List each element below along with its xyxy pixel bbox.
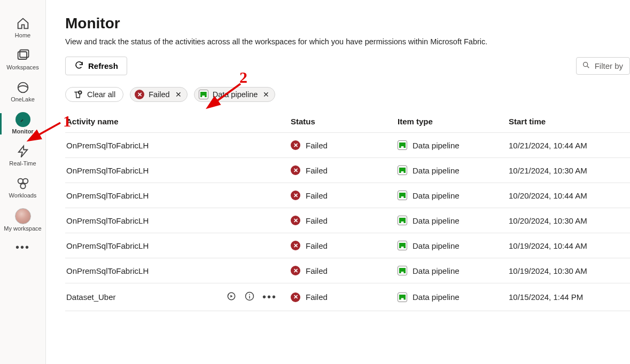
onelake-icon: [15, 80, 30, 95]
cell-activity-name: Dataset_Uber•••: [66, 291, 291, 303]
svg-point-6: [20, 184, 25, 188]
toolbar: Refresh Filter by: [65, 57, 630, 75]
table-row[interactable]: OnPremSqlToFabricLH✕FailedData pipeline1…: [65, 158, 630, 183]
nav-monitor[interactable]: Monitor: [0, 109, 45, 139]
refresh-icon: [74, 60, 84, 72]
activity-name[interactable]: OnPremSqlToFabricLH: [66, 266, 149, 275]
failed-icon: ✕: [291, 165, 300, 175]
col-start-time[interactable]: Start time: [509, 117, 630, 126]
more-icon[interactable]: •••: [262, 291, 277, 303]
nav-my-workspace[interactable]: My workspace: [0, 205, 45, 236]
nav-realtime[interactable]: Real-Time: [0, 141, 45, 171]
item-type-text: Data pipeline: [413, 166, 460, 175]
item-type-text: Data pipeline: [413, 241, 460, 250]
failed-icon: ✕: [291, 266, 300, 275]
nav-more[interactable]: •••: [0, 238, 45, 258]
avatar-icon: [15, 208, 31, 224]
item-type-text: Data pipeline: [413, 191, 460, 200]
home-icon: [15, 16, 30, 31]
rerun-icon[interactable]: [226, 291, 237, 303]
activity-name[interactable]: OnPremSqlToFabricLH: [66, 216, 149, 225]
nav-label: OneLake: [11, 96, 35, 102]
filter-chip-failed[interactable]: ✕ Failed ✕: [130, 87, 188, 102]
status-text: Failed: [306, 266, 328, 275]
filter-chips: Clear all ✕ Failed ✕ Data pipeline ✕: [65, 87, 630, 102]
activity-name[interactable]: OnPremSqlToFabricLH: [66, 191, 149, 200]
item-type-text: Data pipeline: [413, 216, 460, 225]
page-title: Monitor: [65, 15, 630, 32]
table-header: Activity name Status Item type Start tim…: [65, 107, 630, 133]
refresh-label: Refresh: [88, 61, 118, 70]
nav-label: Workloads: [9, 192, 37, 199]
cell-activity-name: OnPremSqlToFabricLH: [66, 216, 291, 225]
table-row[interactable]: Dataset_Uber•••✕FailedData pipeline10/15…: [65, 283, 630, 311]
cell-item-type: Data pipeline: [398, 165, 509, 175]
pipeline-icon: [398, 165, 407, 175]
svg-rect-1: [20, 50, 28, 58]
table-row[interactable]: OnPremSqlToFabricLH✕FailedData pipeline1…: [65, 183, 630, 208]
monitor-icon: [15, 112, 30, 127]
filter-chip-data-pipeline[interactable]: Data pipeline ✕: [194, 87, 276, 102]
item-type-text: Data pipeline: [413, 141, 460, 150]
col-activity-name[interactable]: Activity name: [66, 117, 291, 126]
cell-item-type: Data pipeline: [398, 266, 509, 275]
remove-chip-icon[interactable]: ✕: [263, 90, 269, 99]
cell-start-time: 10/21/2024, 10:30 AM: [509, 166, 630, 175]
cell-item-type: Data pipeline: [398, 140, 509, 150]
failed-icon: ✕: [291, 191, 300, 200]
nav-workspaces[interactable]: Workspaces: [0, 45, 45, 75]
cell-start-time: 10/20/2024, 10:44 AM: [509, 191, 630, 200]
col-status[interactable]: Status: [291, 117, 398, 126]
chip-label: Failed: [149, 90, 170, 99]
cell-start-time: 10/21/2024, 10:44 AM: [509, 141, 630, 150]
pipeline-icon: [398, 216, 407, 225]
status-text: Failed: [306, 141, 328, 150]
nav-onelake[interactable]: OneLake: [0, 77, 45, 107]
pipeline-icon: [398, 241, 407, 250]
workspaces-icon: [15, 48, 30, 63]
clear-icon: [73, 90, 83, 99]
nav-label: Workspaces: [6, 64, 38, 70]
status-text: Failed: [306, 241, 328, 250]
cell-status: ✕Failed: [291, 292, 398, 302]
status-text: Failed: [306, 191, 328, 200]
nav-label: My workspace: [4, 225, 41, 232]
nav-workloads[interactable]: Workloads: [0, 173, 45, 203]
search-icon: [582, 61, 590, 71]
svg-rect-0: [18, 52, 26, 59]
activity-name[interactable]: Dataset_Uber: [66, 292, 116, 302]
info-icon[interactable]: [244, 291, 255, 303]
cell-activity-name: OnPremSqlToFabricLH: [66, 266, 291, 275]
search-input[interactable]: Filter by: [576, 57, 630, 75]
status-text: Failed: [306, 166, 328, 175]
cell-status: ✕Failed: [291, 266, 398, 275]
item-type-text: Data pipeline: [413, 292, 460, 302]
col-item-type[interactable]: Item type: [398, 117, 509, 126]
cell-activity-name: OnPremSqlToFabricLH: [66, 166, 291, 175]
status-text: Failed: [306, 292, 328, 302]
cell-item-type: Data pipeline: [398, 241, 509, 250]
cell-activity-name: OnPremSqlToFabricLH: [66, 191, 291, 200]
page-subtitle: View and track the status of the activit…: [65, 37, 630, 46]
sidebar: Home Workspaces OneLake Monitor Real-Tim: [0, 0, 46, 364]
activity-name[interactable]: OnPremSqlToFabricLH: [66, 141, 149, 150]
failed-icon: ✕: [291, 216, 300, 225]
table-body: OnPremSqlToFabricLH✕FailedData pipeline1…: [65, 133, 630, 311]
row-actions: •••: [226, 291, 291, 303]
svg-point-7: [583, 62, 587, 67]
table-row[interactable]: OnPremSqlToFabricLH✕FailedData pipeline1…: [65, 133, 630, 158]
table-row[interactable]: OnPremSqlToFabricLH✕FailedData pipeline1…: [65, 208, 630, 233]
refresh-button[interactable]: Refresh: [65, 57, 127, 75]
cell-item-type: Data pipeline: [398, 216, 509, 225]
table-row[interactable]: OnPremSqlToFabricLH✕FailedData pipeline1…: [65, 258, 630, 283]
activity-name[interactable]: OnPremSqlToFabricLH: [66, 166, 149, 175]
clear-all-chip[interactable]: Clear all: [65, 87, 123, 102]
nav-home[interactable]: Home: [0, 13, 45, 43]
pipeline-icon: [199, 90, 208, 99]
activity-name[interactable]: OnPremSqlToFabricLH: [66, 241, 149, 250]
table-row[interactable]: OnPremSqlToFabricLH✕FailedData pipeline1…: [65, 233, 630, 258]
remove-chip-icon[interactable]: ✕: [175, 90, 182, 99]
realtime-icon: [15, 144, 30, 159]
nav-label: Monitor: [12, 128, 33, 134]
pipeline-icon: [398, 191, 407, 200]
